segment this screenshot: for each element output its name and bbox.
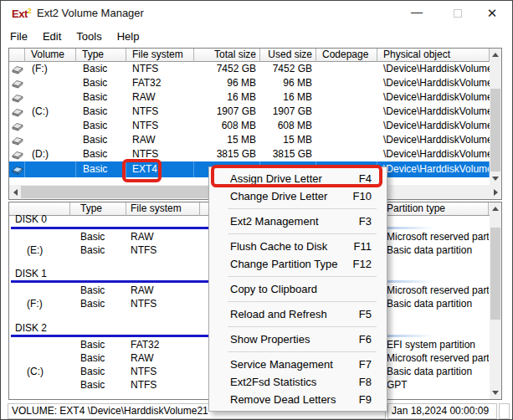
cell-type: Basic [76, 105, 126, 119]
arrow-left-icon [13, 189, 18, 196]
header-partition-type[interactable]: Partition type [382, 202, 489, 216]
header-icon[interactable] [9, 49, 25, 62]
scroll-up-button[interactable] [490, 49, 501, 61]
cell-type: Basic [76, 62, 126, 76]
table-row[interactable]: (C:) Basic NTFS 1907 GB 1907 GB \Device\… [9, 105, 490, 119]
cell-total: 7452 GB [194, 62, 260, 76]
menubar: File Edit Tools Help [1, 26, 512, 48]
cell-volume [25, 76, 76, 90]
cell-physical: \Device\HarddiskVolume6 [377, 90, 490, 105]
header-physical-object[interactable]: Physical object [377, 49, 490, 62]
cell-physical: \Device\HarddiskVolume4 [377, 62, 490, 76]
table-row[interactable]: Basic FAT32 96 MB 96 MB \Device\Harddisk… [9, 76, 490, 90]
disk-icon [11, 164, 23, 177]
cell-type: Basic [76, 133, 126, 147]
cell-used: 15 MB [260, 133, 316, 147]
cell-volume: (F:) [25, 62, 76, 76]
app-icon: Ext2 [12, 7, 31, 20]
cell-fs: NTFS [126, 365, 200, 378]
table-row[interactable]: Basic RAW 15 MB 15 MB \Device\HarddiskVo… [9, 133, 490, 147]
cell-fs: NTFS [126, 105, 194, 119]
cell-used: 3815 GB [260, 147, 316, 161]
close-button[interactable]: ✕ [479, 1, 505, 26]
menu-item-ext2-management[interactable]: Ext2 ManagementF3 [209, 213, 387, 230]
cell-volume [25, 90, 76, 105]
menu-item-reload-refresh[interactable]: Reload and RefreshF5 [209, 305, 387, 323]
menu-file[interactable]: File [3, 26, 35, 48]
scroll-right-button[interactable] [490, 185, 501, 199]
cell-fs: NTFS [126, 243, 200, 257]
table-row[interactable]: (F:) Basic NTFS 7452 GB 7452 GB \Device\… [9, 62, 490, 76]
header-file-system[interactable]: File system [126, 49, 194, 62]
table-row[interactable]: (D:) Basic NTFS 3815 GB 3815 GB \Device\… [9, 147, 490, 161]
header-file-system[interactable]: File system [126, 202, 200, 216]
menu-item-remove-dead-letters[interactable]: Remove Dead LettersF9 [209, 391, 387, 408]
titlebar: Ext2 Ext2 Volume Manager — ✕ [1, 1, 512, 26]
cell-type: Basic [70, 243, 126, 257]
cell-partition: Microsoft reserved partition [382, 284, 489, 297]
cell-used: 1907 GB [260, 105, 316, 119]
menu-item-service-management[interactable]: Service ManagementF7 [209, 356, 387, 373]
cell-partition: Basic data partition [382, 297, 489, 310]
arrow-right-icon [494, 189, 498, 196]
cell-physical: \Device\HarddiskVolume21 [377, 161, 490, 177]
cell-fs: RAW [126, 133, 194, 147]
menu-item-flush-cache[interactable]: Flush Cache to DiskF11 [209, 238, 387, 255]
table-row[interactable]: Basic NTFS 608 MB 608 MB \Device\Harddis… [9, 119, 490, 133]
cell-type: Basic [76, 119, 126, 133]
cell-partition: Basic data partition [382, 365, 489, 378]
cell-physical: \Device\HarddiskVolume7 [377, 105, 490, 119]
cell-fs: RAW [126, 351, 200, 365]
cell-fs: RAW [126, 230, 200, 243]
arrow-up-icon [492, 207, 499, 211]
header-volume[interactable]: Volume [25, 49, 76, 62]
menu-item-copy-to-clipboard[interactable]: Copy to Clipboard [209, 280, 387, 298]
menu-tools[interactable]: Tools [69, 26, 109, 48]
cell-volume: (C:) [25, 105, 76, 119]
scroll-left-button[interactable] [9, 185, 21, 199]
menu-item-change-drive-letter[interactable]: Change Drive LetterF10 [209, 187, 387, 205]
cell-volume [9, 338, 70, 351]
resize-grip[interactable] [499, 403, 510, 419]
statusbar-datetime: Jan 18,2024 00:00:09 [387, 403, 497, 419]
cell-type: Basic [76, 161, 126, 177]
cell-total: 608 MB [194, 119, 260, 133]
cell-total: 16 MB [194, 90, 260, 105]
menu-separator [228, 326, 377, 327]
header-type[interactable]: Type [70, 202, 126, 216]
cell-type: Basic [76, 147, 126, 161]
header-type[interactable]: Type [76, 49, 126, 62]
cell-codepage [316, 119, 377, 133]
disk-icon [11, 150, 23, 161]
cell-codepage [316, 76, 377, 90]
app-window: Ext2 Ext2 Volume Manager — ✕ File Edit T… [0, 0, 513, 420]
minimize-button[interactable]: — [403, 1, 430, 26]
maximize-button[interactable] [444, 1, 471, 26]
cell-volume [25, 119, 76, 133]
menu-separator [228, 276, 377, 277]
cell-volume: (D:) [25, 147, 76, 161]
disk-icon [11, 93, 23, 105]
scroll-down-button[interactable] [490, 387, 501, 399]
menu-item-show-properties[interactable]: Show PropertiesF6 [209, 330, 387, 348]
disk-group-label: DISK 1 [15, 268, 47, 280]
table-row[interactable]: Basic RAW 16 MB 16 MB \Device\HarddiskVo… [9, 90, 490, 105]
cell-volume [25, 133, 76, 147]
scrollbar-thumb[interactable] [490, 89, 500, 172]
scrollbar-thumb[interactable] [490, 228, 500, 320]
cell-partition: Microsoft reserved partition [382, 351, 489, 365]
vertical-scrollbar[interactable] [490, 49, 501, 185]
menu-help[interactable]: Help [110, 26, 147, 48]
cell-type: Basic [70, 365, 126, 378]
scroll-up-button[interactable] [490, 202, 501, 215]
vertical-scrollbar[interactable] [490, 202, 501, 399]
menu-item-ext2fsd-statistics[interactable]: Ext2Fsd StatisticsF8 [209, 373, 387, 391]
menu-item-change-partition-type[interactable]: Change Partition TypeF12 [209, 255, 387, 273]
header-codepage[interactable]: Codepage [316, 49, 377, 62]
cell-codepage [316, 105, 377, 119]
header-used-size[interactable]: Used size [260, 49, 316, 62]
menu-edit[interactable]: Edit [35, 26, 69, 48]
cell-type: Basic [70, 351, 126, 365]
header-total-size[interactable]: Total size [194, 49, 260, 62]
scroll-down-button[interactable] [490, 172, 501, 185]
